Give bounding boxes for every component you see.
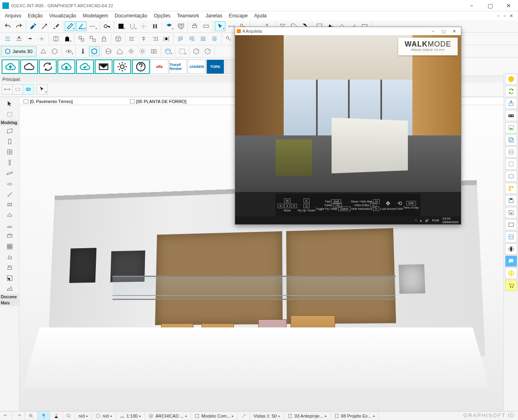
- enscape-sync-button[interactable]: [505, 86, 517, 97]
- enscape-save-button[interactable]: [505, 195, 517, 206]
- story-go-button[interactable]: [25, 34, 36, 44]
- sb-reno[interactable]: [238, 412, 250, 420]
- tool-door[interactable]: [0, 136, 19, 147]
- enscape-close[interactable]: ✕: [449, 29, 459, 34]
- enscape-min[interactable]: −: [428, 29, 438, 34]
- sb-redo[interactable]: [13, 412, 25, 420]
- geo-method-3[interactable]: [23, 84, 34, 94]
- janela-3d-button[interactable]: Janela 3D: [1, 46, 36, 57]
- tool-mesh[interactable]: [0, 283, 19, 294]
- tray-net-icon[interactable]: ▴: [420, 219, 422, 222]
- dash-button[interactable]: ▾: [87, 21, 98, 31]
- enscape-max[interactable]: ▢: [438, 29, 449, 34]
- tool-railing[interactable]: [0, 199, 19, 210]
- tool-beam[interactable]: [0, 168, 19, 178]
- enscape-start-button[interactable]: [505, 74, 517, 85]
- sync-button[interactable]: [39, 59, 57, 74]
- settings-button[interactable]: [113, 59, 131, 74]
- key-button[interactable]: [223, 34, 234, 44]
- mdi-minimize[interactable]: −: [497, 13, 500, 19]
- tool-skylight[interactable]: [0, 231, 19, 241]
- section-button[interactable]: [51, 34, 61, 44]
- enscape-export-button[interactable]: [505, 98, 517, 109]
- sb-undo[interactable]: [0, 412, 13, 420]
- enscape-vr-button[interactable]: [505, 110, 517, 121]
- enscape-render-view[interactable]: [235, 35, 461, 192]
- select-mode-button[interactable]: ▾: [215, 21, 225, 31]
- arrow-method[interactable]: ▾: [37, 84, 47, 94]
- enscape-web-button[interactable]: [505, 158, 517, 170]
- menu-modelagem[interactable]: Modelagem: [80, 12, 112, 19]
- brand-elfa[interactable]: elfa: [151, 59, 168, 74]
- sb-nd1[interactable]: n/d ▸: [75, 412, 92, 420]
- distribute-h-button[interactable]: [161, 34, 172, 44]
- help-button[interactable]: [132, 59, 150, 74]
- tool-column[interactable]: [0, 157, 19, 168]
- tab-forro[interactable]: [05 PLANTA DE FORRO]: [126, 98, 191, 105]
- brush-button[interactable]: [51, 21, 61, 31]
- enscape-shop-button[interactable]: [505, 280, 517, 291]
- tool-wall[interactable]: [0, 126, 19, 136]
- view-persp-button[interactable]: [38, 46, 49, 56]
- geo-method-2[interactable]: [13, 84, 23, 94]
- sb-pan[interactable]: [38, 412, 50, 420]
- enscape-assets-button[interactable]: [505, 231, 517, 243]
- tool-slab[interactable]: [0, 178, 19, 189]
- component-button[interactable]: [113, 34, 123, 44]
- redo-button[interactable]: [14, 21, 24, 31]
- ungroup-button[interactable]: [87, 34, 98, 44]
- menu-ajuda[interactable]: Ajuda: [251, 12, 270, 19]
- enscape-pic2-button[interactable]: [505, 219, 517, 230]
- story-settings-button[interactable]: [2, 34, 13, 44]
- marquee-button[interactable]: ▾: [177, 46, 187, 56]
- ruler-button[interactable]: ▾: [65, 21, 75, 31]
- magic-wand-button[interactable]: [39, 21, 50, 31]
- menu-edicao[interactable]: Edição: [25, 12, 46, 19]
- story-add-button[interactable]: [36, 34, 47, 44]
- suspend-button[interactable]: [150, 21, 160, 31]
- enscape-window[interactable]: A Arquiteta − ▢ ✕ WALKMODE PRESS SPACE T…: [235, 27, 461, 225]
- menu-janelas[interactable]: Janelas: [202, 12, 225, 19]
- menu-enscape[interactable]: Enscape: [225, 12, 251, 19]
- section-mais[interactable]: Mais: [0, 300, 19, 306]
- angle-button[interactable]: ▾: [76, 21, 87, 31]
- justify-button-3[interactable]: [198, 34, 208, 44]
- tool-marquee[interactable]: [0, 109, 19, 120]
- fav-button[interactable]: [175, 21, 186, 31]
- sb-zoom-in[interactable]: [25, 412, 38, 420]
- justify-button-4[interactable]: [209, 34, 220, 44]
- tool-arrow[interactable]: [0, 99, 19, 109]
- view-axo-button[interactable]: [49, 46, 60, 56]
- brand-jansen[interactable]: JANSEN: [188, 59, 206, 74]
- section-docume[interactable]: Docume: [0, 294, 19, 300]
- tool-shell[interactable]: [0, 220, 19, 231]
- sb-zoom-fit[interactable]: [63, 412, 75, 420]
- enscape-load-button[interactable]: [505, 207, 517, 218]
- tool-curtain[interactable]: [0, 241, 19, 252]
- tool-object[interactable]: [0, 262, 19, 273]
- menu-teamwork[interactable]: Teamwork: [174, 12, 202, 19]
- justify-button-1[interactable]: [175, 34, 186, 44]
- cloud-up-button[interactable]: [2, 59, 19, 74]
- home-button[interactable]: [115, 46, 125, 56]
- sun-button[interactable]: [137, 46, 148, 56]
- lock-button[interactable]: [99, 34, 109, 44]
- measure-button[interactable]: [102, 21, 112, 31]
- plot-button[interactable]: [201, 21, 211, 31]
- enscape-globe-button[interactable]: [505, 243, 517, 255]
- grid-button[interactable]: ▾: [116, 21, 126, 31]
- menu-arquivo[interactable]: Arquivo: [2, 12, 25, 19]
- enscape-views-button[interactable]: [505, 183, 517, 194]
- undo-button[interactable]: [2, 21, 13, 31]
- story-up-button[interactable]: [14, 34, 24, 44]
- mail-button[interactable]: [95, 59, 113, 74]
- menu-visualizacao[interactable]: Visualização: [46, 12, 79, 19]
- cloud-check-button[interactable]: [76, 59, 94, 74]
- tray-up-icon[interactable]: ^: [415, 219, 417, 222]
- tool-roof[interactable]: [0, 210, 19, 220]
- section-modelag[interactable]: Modelag: [0, 120, 19, 126]
- enscape-chat-button[interactable]: [505, 255, 517, 267]
- justify-button-2[interactable]: [187, 34, 197, 44]
- element-button[interactable]: ▾: [163, 46, 173, 56]
- walk-button[interactable]: [78, 46, 88, 56]
